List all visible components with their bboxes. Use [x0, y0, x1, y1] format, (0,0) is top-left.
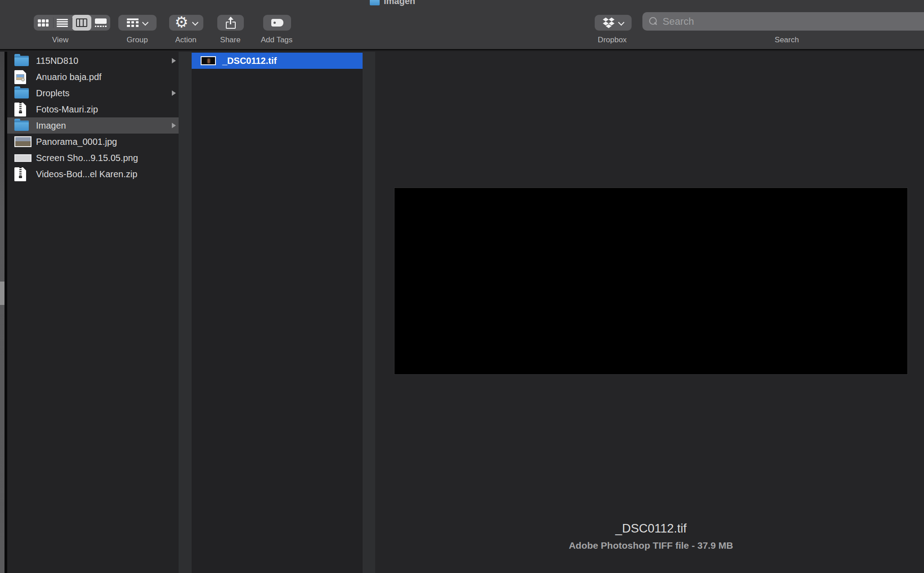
column-preview: _DSC0112.tif Adobe Photoshop TIFF file -…	[375, 52, 924, 573]
toolbar: Imagen View Group ⚙ Act	[0, 0, 924, 50]
dropbox-label: Dropbox	[598, 36, 627, 45]
search-input[interactable]	[663, 16, 915, 27]
file-name: Droplets	[36, 88, 69, 98]
list-item[interactable]: Screen Sho...9.15.05.png	[7, 150, 179, 166]
list-item-selected[interactable]: Imagen	[7, 117, 179, 134]
add-tags-label: Add Tags	[261, 36, 293, 45]
file-name: Anuario baja.pdf	[36, 72, 102, 82]
folder-icon	[14, 56, 29, 66]
chevron-down-icon	[193, 19, 198, 24]
chevron-right-icon	[172, 90, 176, 96]
dropbox-button[interactable]	[595, 15, 632, 31]
list-view-button[interactable]	[53, 15, 72, 31]
folder-icon	[14, 121, 29, 131]
list-item[interactable]: Videos-Bod...el Karen.zip	[7, 166, 179, 182]
icon-view-icon	[38, 19, 49, 27]
list-item[interactable]: 115ND810	[7, 53, 179, 69]
group-icon	[127, 18, 139, 27]
view-segmented-control	[34, 15, 110, 31]
preview-filename: _DSC0112.tif	[395, 522, 907, 536]
file-name: _DSC0112.tif	[222, 56, 277, 66]
gear-icon: ⚙	[175, 14, 188, 30]
column-divider[interactable]	[363, 52, 375, 573]
file-name: Screen Sho...9.15.05.png	[36, 153, 138, 163]
zip-icon	[14, 167, 26, 181]
search-field[interactable]	[642, 12, 924, 31]
folder-icon	[14, 88, 29, 98]
add-tags-button[interactable]	[263, 15, 291, 31]
gallery-view-button[interactable]	[91, 15, 111, 31]
share-button[interactable]	[217, 15, 244, 31]
list-item[interactable]: Panorama_0001.jpg	[7, 134, 179, 150]
window-title: Imagen	[370, 0, 415, 6]
group-button[interactable]	[118, 15, 157, 31]
file-name: 115ND810	[36, 56, 78, 66]
pdf-icon	[14, 70, 26, 84]
file-name: Videos-Bod...el Karen.zip	[36, 169, 137, 179]
list-item-selected[interactable]: _DSC0112.tif	[192, 53, 363, 69]
icon-view-button[interactable]	[34, 15, 53, 31]
list-item[interactable]: Fotos-Mauri.zip	[7, 101, 179, 117]
file-name: Imagen	[36, 121, 66, 131]
screenshot-thumbnail-icon	[14, 154, 31, 162]
gallery-view-icon	[95, 18, 107, 27]
action-label: Action	[175, 36, 196, 45]
dropbox-icon	[603, 18, 615, 28]
chevron-right-icon	[172, 123, 176, 128]
zip-icon	[14, 103, 26, 116]
finder-content: 115ND810 Anuario baja.pdf Droplets Fotos…	[0, 52, 924, 573]
background-window-scrollbar-track	[0, 52, 4, 573]
column-view-icon	[76, 18, 87, 27]
share-label: Share	[220, 36, 240, 45]
chevron-down-icon	[143, 19, 148, 24]
tag-icon	[271, 19, 283, 27]
column-files: _DSC0112.tif	[192, 52, 363, 573]
window-title-label: Imagen	[384, 0, 415, 6]
list-item[interactable]: Droplets	[7, 85, 179, 101]
preview-file-info: Adobe Photoshop TIFF file - 37.9 MB	[395, 540, 907, 551]
list-item[interactable]: Anuario baja.pdf	[7, 69, 179, 85]
file-name: Panorama_0001.jpg	[36, 137, 117, 147]
view-label: View	[52, 36, 69, 45]
chevron-right-icon	[172, 58, 176, 63]
preview-image[interactable]	[395, 188, 907, 374]
group-label: Group	[126, 36, 148, 45]
action-button[interactable]: ⚙	[169, 15, 203, 31]
column-browser: 115ND810 Anuario baja.pdf Droplets Fotos…	[7, 52, 179, 573]
file-name: Fotos-Mauri.zip	[36, 104, 98, 115]
background-window-scrollbar-thumb[interactable]	[0, 282, 4, 305]
column-divider[interactable]	[179, 52, 192, 573]
search-label: Search	[775, 36, 799, 45]
chevron-down-icon	[619, 19, 624, 24]
image-thumbnail-icon	[14, 136, 31, 147]
tiff-thumbnail-icon	[201, 56, 216, 65]
folder-icon	[370, 0, 380, 5]
list-view-icon	[57, 19, 68, 27]
search-icon	[648, 17, 658, 27]
share-icon	[225, 17, 236, 29]
column-view-button[interactable]	[72, 15, 91, 31]
